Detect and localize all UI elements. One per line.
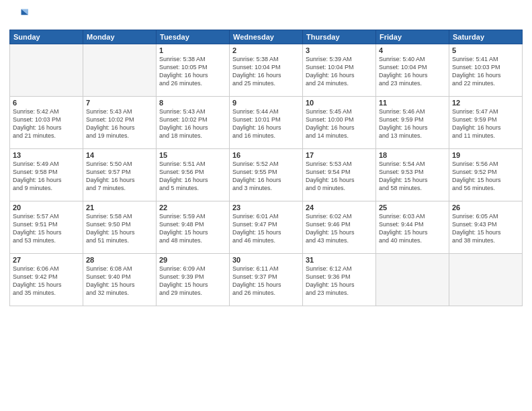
day-number: 11 [379,99,446,107]
calendar-week-4: 20Sunrise: 5:57 AM Sunset: 9:51 PM Dayli… [10,201,523,254]
calendar-cell: 31Sunrise: 6:12 AM Sunset: 9:36 PM Dayli… [303,254,376,306]
day-info: Sunrise: 5:49 AM Sunset: 9:58 PM Dayligh… [13,160,80,193]
calendar-cell: 8Sunrise: 5:43 AM Sunset: 10:02 PM Dayli… [157,97,230,149]
weekday-header-sunday: Sunday [10,30,83,44]
calendar-week-5: 27Sunrise: 6:06 AM Sunset: 9:42 PM Dayli… [10,254,523,306]
logo [9,7,31,26]
day-number: 20 [13,203,80,212]
calendar-cell: 10Sunrise: 5:45 AM Sunset: 10:00 PM Dayl… [303,97,376,149]
day-number: 27 [13,256,80,264]
day-number: 15 [159,151,226,159]
day-number: 23 [232,203,300,212]
day-number: 3 [306,46,373,54]
day-info: Sunrise: 6:12 AM Sunset: 9:36 PM Dayligh… [306,265,373,298]
calendar-cell: 15Sunrise: 5:51 AM Sunset: 9:56 PM Dayli… [157,149,230,201]
calendar-table: SundayMondayTuesdayWednesdayThursdayFrid… [9,30,523,306]
day-number: 16 [232,151,300,159]
header [9,7,523,26]
day-info: Sunrise: 5:38 AM Sunset: 10:05 PM Daylig… [159,55,226,88]
weekday-header-row: SundayMondayTuesdayWednesdayThursdayFrid… [10,30,523,44]
day-number: 18 [379,151,446,159]
day-info: Sunrise: 6:08 AM Sunset: 9:40 PM Dayligh… [86,265,153,298]
day-info: Sunrise: 6:11 AM Sunset: 9:37 PM Dayligh… [232,265,300,298]
calendar-cell [10,44,83,97]
day-info: Sunrise: 6:09 AM Sunset: 9:39 PM Dayligh… [159,265,226,298]
calendar-cell: 27Sunrise: 6:06 AM Sunset: 9:42 PM Dayli… [10,254,83,306]
day-number: 5 [452,46,519,54]
calendar-week-3: 13Sunrise: 5:49 AM Sunset: 9:58 PM Dayli… [10,149,523,201]
calendar-week-1: 1Sunrise: 5:38 AM Sunset: 10:05 PM Dayli… [10,44,523,97]
calendar-cell: 7Sunrise: 5:43 AM Sunset: 10:02 PM Dayli… [83,97,157,149]
day-info: Sunrise: 6:06 AM Sunset: 9:42 PM Dayligh… [13,265,80,298]
weekday-header-wednesday: Wednesday [230,30,303,44]
day-info: Sunrise: 5:59 AM Sunset: 9:48 PM Dayligh… [159,212,226,245]
day-number: 10 [306,99,373,107]
calendar-cell: 23Sunrise: 6:01 AM Sunset: 9:47 PM Dayli… [230,201,303,254]
day-info: Sunrise: 5:56 AM Sunset: 9:52 PM Dayligh… [452,160,519,193]
calendar-cell: 11Sunrise: 5:46 AM Sunset: 9:59 PM Dayli… [376,97,449,149]
calendar-cell: 1Sunrise: 5:38 AM Sunset: 10:05 PM Dayli… [157,44,230,97]
day-number: 31 [306,256,373,264]
logo-icon [9,7,28,26]
day-number: 21 [86,203,153,212]
day-number: 19 [452,151,519,159]
calendar-cell: 6Sunrise: 5:42 AM Sunset: 10:03 PM Dayli… [10,97,83,149]
day-info: Sunrise: 5:57 AM Sunset: 9:51 PM Dayligh… [13,212,80,245]
calendar-cell: 26Sunrise: 6:05 AM Sunset: 9:43 PM Dayli… [449,201,523,254]
calendar-cell [83,44,157,97]
weekday-header-tuesday: Tuesday [157,30,230,44]
day-info: Sunrise: 5:47 AM Sunset: 9:59 PM Dayligh… [452,107,519,140]
day-info: Sunrise: 5:46 AM Sunset: 9:59 PM Dayligh… [379,107,446,140]
day-number: 25 [379,203,446,212]
calendar-cell [376,254,449,306]
calendar-cell: 3Sunrise: 5:39 AM Sunset: 10:04 PM Dayli… [303,44,376,97]
day-info: Sunrise: 5:43 AM Sunset: 10:02 PM Daylig… [86,107,153,140]
day-number: 6 [13,99,80,107]
day-info: Sunrise: 5:50 AM Sunset: 9:57 PM Dayligh… [86,160,153,193]
day-info: Sunrise: 5:52 AM Sunset: 9:55 PM Dayligh… [232,160,300,193]
day-info: Sunrise: 5:39 AM Sunset: 10:04 PM Daylig… [306,55,373,88]
calendar-cell: 24Sunrise: 6:02 AM Sunset: 9:46 PM Dayli… [303,201,376,254]
day-number: 13 [13,151,80,159]
calendar-cell: 4Sunrise: 5:40 AM Sunset: 10:04 PM Dayli… [376,44,449,97]
day-info: Sunrise: 5:54 AM Sunset: 9:53 PM Dayligh… [379,160,446,193]
day-info: Sunrise: 6:05 AM Sunset: 9:43 PM Dayligh… [452,212,519,245]
day-info: Sunrise: 5:53 AM Sunset: 9:54 PM Dayligh… [306,160,373,193]
day-number: 12 [452,99,519,107]
day-number: 7 [86,99,153,107]
day-info: Sunrise: 5:43 AM Sunset: 10:02 PM Daylig… [159,107,226,140]
weekday-header-friday: Friday [376,30,449,44]
day-info: Sunrise: 5:44 AM Sunset: 10:01 PM Daylig… [232,107,300,140]
day-info: Sunrise: 5:45 AM Sunset: 10:00 PM Daylig… [306,107,373,140]
calendar-cell: 16Sunrise: 5:52 AM Sunset: 9:55 PM Dayli… [230,149,303,201]
day-number: 30 [232,256,300,264]
weekday-header-saturday: Saturday [449,30,523,44]
day-info: Sunrise: 5:41 AM Sunset: 10:03 PM Daylig… [452,55,519,88]
calendar-cell: 20Sunrise: 5:57 AM Sunset: 9:51 PM Dayli… [10,201,83,254]
day-info: Sunrise: 6:01 AM Sunset: 9:47 PM Dayligh… [232,212,300,245]
day-info: Sunrise: 5:51 AM Sunset: 9:56 PM Dayligh… [159,160,226,193]
calendar-cell [449,254,523,306]
calendar-cell: 2Sunrise: 5:38 AM Sunset: 10:04 PM Dayli… [230,44,303,97]
day-number: 24 [306,203,373,212]
day-info: Sunrise: 6:03 AM Sunset: 9:44 PM Dayligh… [379,212,446,245]
page: SundayMondayTuesdayWednesdayThursdayFrid… [0,0,532,411]
calendar-cell: 14Sunrise: 5:50 AM Sunset: 9:57 PM Dayli… [83,149,157,201]
day-number: 22 [159,203,226,212]
weekday-header-monday: Monday [83,30,157,44]
calendar-cell: 13Sunrise: 5:49 AM Sunset: 9:58 PM Dayli… [10,149,83,201]
day-info: Sunrise: 5:42 AM Sunset: 10:03 PM Daylig… [13,107,80,140]
day-number: 26 [452,203,519,212]
calendar-cell: 5Sunrise: 5:41 AM Sunset: 10:03 PM Dayli… [449,44,523,97]
day-info: Sunrise: 6:02 AM Sunset: 9:46 PM Dayligh… [306,212,373,245]
day-number: 2 [232,46,300,54]
day-number: 14 [86,151,153,159]
calendar-cell: 12Sunrise: 5:47 AM Sunset: 9:59 PM Dayli… [449,97,523,149]
day-number: 29 [159,256,226,264]
calendar-cell: 18Sunrise: 5:54 AM Sunset: 9:53 PM Dayli… [376,149,449,201]
day-number: 4 [379,46,446,54]
calendar-cell: 22Sunrise: 5:59 AM Sunset: 9:48 PM Dayli… [157,201,230,254]
calendar-cell: 9Sunrise: 5:44 AM Sunset: 10:01 PM Dayli… [230,97,303,149]
calendar-cell: 29Sunrise: 6:09 AM Sunset: 9:39 PM Dayli… [157,254,230,306]
calendar-cell: 28Sunrise: 6:08 AM Sunset: 9:40 PM Dayli… [83,254,157,306]
